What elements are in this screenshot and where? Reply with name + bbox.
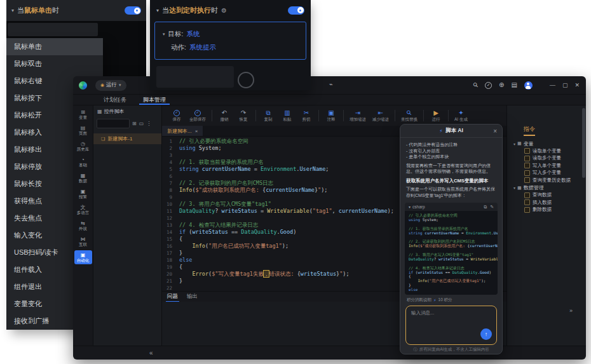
tab-输出[interactable]: 输出	[187, 293, 198, 302]
chevron-down-icon: ▾	[513, 185, 515, 190]
chevron-down-icon[interactable]: ▾	[11, 8, 14, 13]
event-popup-title: 当鼠标单击时	[17, 6, 59, 15]
history-icon: ◷	[81, 141, 85, 147]
script-tree-item[interactable]: ❏ 新建脚本-1	[93, 133, 161, 144]
toolbar-separator	[448, 110, 449, 121]
insert-code-icon[interactable]: ✎	[490, 205, 494, 210]
event-type-input[interactable]	[8, 23, 98, 36]
indent-button[interactable]: ⇥增加缩进	[350, 109, 366, 122]
cmd-item[interactable]: 写入单个变量	[507, 162, 581, 170]
enable-toggle[interactable]	[125, 6, 141, 15]
collapse-left-icon[interactable]: «	[149, 349, 153, 356]
cmd-item[interactable]: 读取多个变量	[507, 155, 581, 163]
script-search-input[interactable]	[97, 119, 130, 128]
run-button[interactable]: ▶运行	[430, 109, 442, 122]
toolbar-label: 运行	[432, 116, 440, 122]
ai-paragraph: 下面是一个可以获取当前系统用户名并将其保存到CMS变量'tag1'中的脚本：	[406, 186, 496, 198]
ai-bullet: 代码简洁并有适当的注释	[406, 142, 496, 148]
toolbar-label: 全部保存	[189, 116, 206, 122]
chevron-down-icon[interactable]: ▾	[156, 8, 159, 13]
rail-label: 数据	[79, 179, 87, 184]
rail-item-basic[interactable]: ◔基础	[74, 155, 92, 169]
rail-item-peripherals[interactable]: ⇆外设	[74, 219, 92, 233]
event-option[interactable]: 鼠标双击	[6, 55, 103, 72]
editor-tab[interactable]: 新建脚本... ×	[162, 126, 203, 136]
chevron-down-icon[interactable]: ▾	[409, 205, 411, 209]
cut-button[interactable]: ✂剪切	[300, 109, 313, 122]
code-language-label: csharp	[412, 205, 425, 209]
code-line: Info("用户名已成功写入变量tag1");	[409, 279, 494, 283]
tab-问题[interactable]: 问题	[167, 293, 178, 302]
copy-code-icon[interactable]: ⧉	[484, 205, 487, 210]
tab-计划任务[interactable]: 计划任务	[104, 95, 126, 105]
check-circle-icon[interactable]: ✓	[485, 82, 492, 89]
ai-message-input[interactable]: 输入消息... ↑	[405, 306, 497, 345]
action-link[interactable]: 系统提示	[189, 43, 216, 52]
timer-name-highlight: 达到定时执行	[169, 6, 211, 14]
action-config-card[interactable]: ▾ 目标: 系统 动作: 系统提示	[154, 22, 306, 60]
search-icon[interactable]: ⚲	[472, 81, 479, 89]
globe-icon[interactable]: ⊕	[499, 82, 504, 88]
save-button[interactable]: ✓保存	[170, 110, 183, 122]
minimize-button[interactable]: —	[550, 82, 555, 88]
rail-item-pages[interactable]: ▤页面	[74, 123, 92, 137]
rail-item-history[interactable]: ◷历史库	[74, 139, 92, 153]
redo-button[interactable]: ↷恢复	[237, 109, 250, 122]
close-tab-icon[interactable]: ×	[195, 128, 198, 134]
ai-generate-button[interactable]: ✦AI 生成	[454, 109, 468, 122]
rail-item-data[interactable]: ▦数据	[74, 171, 92, 185]
rail-item-interconnect[interactable]: ⋈互联	[74, 234, 92, 248]
event-option[interactable]: 鼠标单击	[6, 38, 103, 55]
ai-bullet-list: 代码简洁并有适当的注释没有引入外部库是单个独立的脚本块	[406, 142, 496, 160]
config-field[interactable]	[156, 66, 234, 88]
cmd-item[interactable]: 插入数据	[507, 199, 581, 206]
close-ai-icon[interactable]: ×	[493, 128, 497, 135]
scrollbar[interactable]	[581, 105, 586, 346]
undo-button[interactable]: ↶撤销	[218, 109, 231, 122]
outdent-button[interactable]: ⇤减少缩进	[372, 109, 389, 122]
rail-item-alarm[interactable]: ▣报警	[74, 187, 92, 201]
tab-脚本管理[interactable]: 脚本管理	[143, 95, 166, 105]
cmd-item[interactable]: 写入多个变量	[507, 170, 581, 177]
line-number: 3	[162, 152, 172, 159]
cmd-item[interactable]: 读取单个变量	[507, 147, 581, 155]
account-avatar[interactable]	[524, 81, 533, 90]
save-icon[interactable]: ▤	[511, 82, 517, 88]
copy-button[interactable]: ⧉复制	[262, 109, 275, 122]
cmd-item[interactable]: 查询变量历史数据	[507, 177, 581, 184]
cmd-group-variables[interactable]: ▾▦变量	[507, 140, 581, 147]
line-number: 5	[162, 166, 172, 173]
save-all-button[interactable]: ✓全部保存	[189, 110, 206, 122]
folder-icon[interactable]: ▭	[139, 121, 144, 126]
gear-icon[interactable]: ⚙	[221, 7, 227, 14]
chevron-down-icon[interactable]: ▾	[163, 32, 165, 37]
timer-popup: ▾ 当达到定时执行时 ⚙ ▾ 目标: 系统 动作: 系统提示	[150, 0, 311, 90]
line-number: 20	[162, 271, 172, 278]
toolbar-separator	[255, 110, 256, 121]
paste-button[interactable]: ▥粘贴	[281, 109, 294, 122]
line-number: 18	[162, 257, 172, 264]
cmd-item[interactable]: 删除数据	[507, 206, 581, 214]
close-button[interactable]: ✕	[574, 82, 580, 88]
target-link[interactable]: 系统	[186, 30, 200, 39]
find-replace-button[interactable]: ⚲查找替换	[401, 109, 418, 122]
collapse-right-icon[interactable]: »	[569, 307, 573, 314]
cmd-item[interactable]: 查询数据	[507, 192, 581, 199]
rail-item-automation[interactable]: ▣自动化	[74, 250, 92, 264]
code-line: }	[409, 283, 494, 288]
line-number: 6	[162, 173, 172, 180]
cmd-group-data-management[interactable]: ▾▦数据管理	[507, 184, 581, 192]
run-mode-button[interactable]: ◉ 运行 ▾	[95, 80, 126, 91]
enable-toggle[interactable]	[288, 6, 304, 15]
more-icon[interactable]: ⋮	[146, 121, 151, 126]
tab-commands[interactable]: 指令	[524, 125, 535, 136]
rail-item-i18n[interactable]: 文多语言	[74, 203, 92, 217]
target-row: ▾ 目标: 系统	[163, 27, 306, 41]
scrollbar-thumb[interactable]	[582, 108, 585, 178]
rail-item-variables[interactable]: ⊞变量	[74, 107, 92, 121]
send-button[interactable]: ↑	[480, 328, 492, 340]
maximize-button[interactable]: ▢	[562, 82, 568, 88]
comment-button[interactable]: ▣注释	[325, 109, 337, 122]
script-tree-title: 控件脚本	[104, 108, 125, 115]
add-script-icon[interactable]: ⊞	[132, 121, 137, 126]
